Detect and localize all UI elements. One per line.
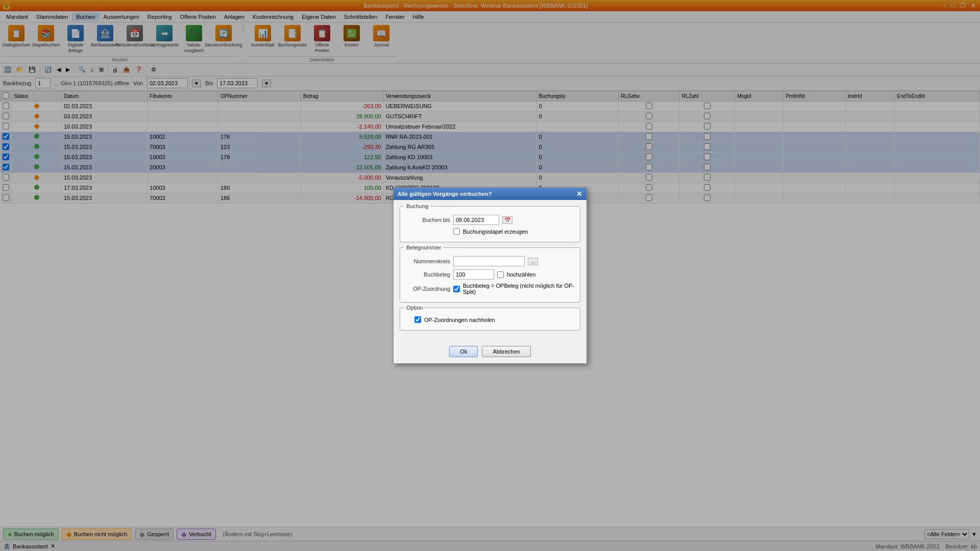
op-nachholen-checkbox[interactable] bbox=[414, 316, 421, 323]
modal-cancel-button[interactable]: Abbrechen bbox=[482, 346, 530, 357]
hochzaehlen-label: hochzählen bbox=[507, 271, 535, 278]
buchen-bis-input[interactable] bbox=[453, 215, 499, 225]
modal-ok-button[interactable]: Ok bbox=[449, 346, 478, 357]
modal-section-buchung: Buchung Buchen bis 📅 Buchungsstapel erze… bbox=[400, 206, 580, 242]
modal-close-button[interactable]: ✕ bbox=[576, 190, 582, 198]
modal-title: Alle gültigen Vorgänge verbuchen? bbox=[398, 191, 492, 197]
modal-content: Buchung Buchen bis 📅 Buchungsstapel erze… bbox=[394, 200, 586, 342]
modal-nummernkreis-row: Nummernkreis ... bbox=[404, 256, 576, 266]
buchbeleg-input[interactable] bbox=[453, 269, 494, 280]
modal-belegnummer-title: Belegnummer bbox=[404, 244, 443, 251]
modal-section-option: Option OP-Zuordnungen nachholen bbox=[400, 308, 580, 331]
buchungsstapel-label: Buchungsstapel erzeugen bbox=[463, 229, 528, 235]
modal-buchen-bis-row: Buchen bis 📅 bbox=[404, 215, 576, 225]
modal-overlay: Alle gültigen Vorgänge verbuchen? ✕ Buch… bbox=[0, 0, 980, 551]
op-nachholen-label: OP-Zuordnungen nachholen bbox=[424, 317, 495, 323]
nummernkreis-input[interactable] bbox=[453, 256, 525, 266]
buchen-bis-calendar[interactable]: 📅 bbox=[502, 216, 512, 224]
modal-section-belegnummer: Belegnummer Nummernkreis ... Buchbeleg h… bbox=[400, 247, 580, 303]
nummernkreis-browse[interactable]: ... bbox=[528, 258, 538, 265]
op-zuordnung-label: OP-Zuordnung bbox=[404, 286, 450, 292]
buchungsstapel-checkbox[interactable] bbox=[453, 228, 460, 235]
modal-buchbeleg-row: Buchbeleg hochzählen bbox=[404, 269, 576, 280]
hochzaehlen-checkbox[interactable] bbox=[497, 271, 504, 278]
op-zuordnung-text: Buchbeleg = OPBeleg (nicht möglich für O… bbox=[463, 283, 576, 295]
buchbeleg-label: Buchbeleg bbox=[404, 271, 450, 278]
modal-buchungsstapel-row: Buchungsstapel erzeugen bbox=[404, 228, 576, 235]
op-zuordnung-checkbox[interactable] bbox=[453, 286, 460, 292]
modal-dialog: Alle gültigen Vorgänge verbuchen? ✕ Buch… bbox=[393, 187, 587, 364]
buchen-bis-label: Buchen bis bbox=[404, 217, 450, 223]
nummernkreis-label: Nummernkreis bbox=[404, 258, 450, 264]
modal-op-zuordnung-row: OP-Zuordnung Buchbeleg = OPBeleg (nicht … bbox=[404, 283, 576, 295]
modal-titlebar: Alle gültigen Vorgänge verbuchen? ✕ bbox=[394, 188, 586, 200]
modal-buttons: Ok Abbrechen bbox=[394, 342, 586, 363]
modal-op-nachholen-row: OP-Zuordnungen nachholen bbox=[404, 316, 576, 323]
modal-option-title: Option bbox=[404, 305, 425, 311]
modal-buchung-title: Buchung bbox=[404, 203, 430, 209]
